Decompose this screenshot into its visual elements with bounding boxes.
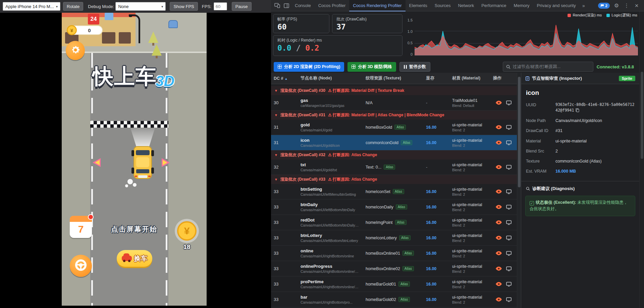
device-select[interactable]: Apple iPhone 14 Pro M... ▾ — [3, 2, 60, 11]
visibility-eye-icon[interactable] — [496, 140, 502, 145]
collapse-caret-icon[interactable]: ▼ — [274, 178, 278, 181]
simulator-toolbar: Apple iPhone 14 Pro M... ▾ Rotate Debug … — [0, 0, 271, 13]
rotate-button[interactable]: Rotate — [63, 2, 83, 11]
fps-input[interactable] — [214, 2, 227, 10]
copy-icon[interactable] — [576, 108, 579, 114]
table-row[interactable]: 33 onlineProgress Canvas/mainUI/rightBot… — [271, 261, 517, 276]
visibility-eye-icon[interactable] — [496, 205, 502, 209]
isolate-monitor-icon[interactable] — [506, 220, 512, 225]
material-name: ui-sprite-material — [452, 202, 488, 207]
isolate-monitor-icon[interactable] — [506, 205, 512, 209]
visibility-eye-icon[interactable] — [496, 165, 502, 169]
visibility-eye-icon[interactable] — [496, 282, 502, 286]
visibility-eye-icon[interactable] — [496, 236, 502, 240]
table-header: DC #▲ 节点名称 (Node) 纹理资源 (Texture) 显存 材质 (… — [271, 73, 517, 84]
tab-console[interactable]: Console — [291, 0, 315, 11]
isolate-monitor-icon[interactable] — [506, 125, 512, 130]
issues-count: 2 — [605, 4, 607, 8]
visibility-eye-icon[interactable] — [496, 189, 502, 194]
garage-wheel-button[interactable] — [70, 255, 92, 277]
drawcall-group-row[interactable]: ▼ 渲染批次 (DrawCall) #32 ⚠ 打断原因: Atlas Chan… — [271, 150, 517, 160]
profile-3d-button[interactable]: 分析 3D 模型/网格 — [347, 62, 396, 72]
visibility-eye-icon[interactable] — [496, 101, 502, 105]
settings-gear-button[interactable] — [66, 41, 85, 60]
tab-performance[interactable]: Performance — [478, 0, 510, 11]
issues-counter[interactable]: 2 — [598, 3, 610, 9]
table-scrollbar[interactable] — [517, 73, 521, 308]
visibility-eye-icon[interactable] — [496, 125, 502, 129]
filter-search-input[interactable] — [513, 64, 590, 69]
dock-side-icon[interactable] — [282, 1, 291, 10]
row-vram-value: 16.00 — [423, 140, 449, 145]
show-fps-button[interactable]: Show FPS — [170, 2, 198, 11]
more-tabs-button[interactable]: » — [580, 3, 588, 8]
table-row[interactable]: 33 btnDaily Canvas/mainUI/leftBottom/btn… — [271, 199, 517, 215]
collapse-caret-icon[interactable]: ▼ — [274, 89, 278, 93]
visibility-eye-icon[interactable] — [496, 251, 502, 255]
tab-memory[interactable]: Memory — [510, 0, 533, 11]
change-car-button[interactable]: 换车 — [117, 250, 152, 267]
scrollbar-thumb[interactable] — [641, 72, 643, 159]
pause-button[interactable]: Pause — [232, 2, 252, 11]
filter-search-box[interactable] — [503, 62, 593, 72]
isolate-monitor-icon[interactable] — [506, 165, 512, 170]
settings-gear-icon[interactable]: ⚙ — [612, 1, 621, 10]
row-vram-value: 16.00 — [423, 189, 449, 194]
scrollbar-thumb[interactable] — [518, 77, 521, 187]
isolate-monitor-icon[interactable] — [506, 236, 512, 240]
drawcall-group-row[interactable]: ▼ 渲染批次 (DrawCall) #30 ⚠ 打断原因: Material D… — [271, 86, 517, 95]
tab-elements[interactable]: Elements — [406, 0, 431, 11]
table-row[interactable]: 32 txt Canvas/mainUI/gold/txt Text: 0...… — [271, 160, 517, 175]
tab-sources[interactable]: Sources — [431, 0, 454, 11]
table-row[interactable]: 33 bar Canvas/mainUI/rightBottom/pro... … — [271, 292, 517, 307]
table-row[interactable]: 30 gas carManager/car101/gas/gas N/A - T… — [271, 95, 517, 111]
table-row[interactable]: 33 btnLottery Canvas/mainUI/leftBottom/b… — [271, 230, 517, 246]
table-row[interactable]: 33 proPertime Canvas/mainUI/rightBottom/… — [271, 276, 517, 292]
isolate-monitor-icon[interactable] — [506, 251, 512, 256]
drawcall-group-row[interactable]: ▼ 渲染批次 (DrawCall) #31 ⚠ 打断原因: Material D… — [271, 111, 517, 120]
collapse-caret-icon[interactable]: ▼ — [274, 153, 278, 157]
table-row[interactable]: 33 redDot Canvas/mainUI/leftBottom/btnDa… — [271, 215, 517, 230]
column-dc[interactable]: DC #▲ — [271, 76, 298, 81]
column-node[interactable]: 节点名称 (Node) — [298, 75, 363, 81]
close-devtools-icon[interactable]: × — [632, 1, 641, 10]
tab-cocos-profiler[interactable]: Cocos Profiler — [315, 0, 350, 11]
isolate-monitor-icon[interactable] — [506, 140, 512, 145]
profile-2d-button[interactable]: 分析 2D 渲染树 (2D Profiling) — [274, 62, 344, 72]
drawcall-group-row[interactable]: ▼ 渲染批次 (DrawCall) #33 ⚠ 打断原因: Atlas Chan… — [271, 175, 517, 184]
tab-privacy-and-security[interactable]: Privacy and security — [533, 0, 580, 11]
table-row[interactable]: 33 btnSetting Canvas/mainUI/leftMenu/btn… — [271, 184, 517, 199]
row-drawcall-id: 33 — [271, 251, 298, 256]
visibility-eye-icon[interactable] — [496, 266, 502, 271]
pause-capture-button[interactable]: 暂停步数 — [399, 62, 430, 72]
isolate-monitor-icon[interactable] — [506, 189, 512, 194]
tab-cocos-rendering-profiler[interactable]: Cocos Rendering Profiler — [349, 0, 405, 11]
node-name: onlineProgress — [301, 264, 360, 269]
drawcalls-stat-box: 批次 (DrawCalls) 37 — [332, 14, 402, 33]
column-vram[interactable]: 显存 — [423, 75, 449, 81]
isolate-monitor-icon[interactable] — [506, 266, 512, 271]
texture-name: homeImgPoint — [366, 220, 393, 225]
table-row[interactable]: 31 icon Canvas/mainUI/gold/icon commonIc… — [271, 135, 517, 150]
debug-mode-select[interactable]: None ▾ — [115, 2, 166, 11]
debug-mode-value: None — [118, 4, 128, 9]
toggle-device-toolbar-icon[interactable] — [272, 1, 282, 10]
time-separator: / — [296, 44, 301, 52]
isolate-monitor-icon[interactable] — [506, 297, 512, 302]
coin-reward-button[interactable]: ¥ — [177, 221, 197, 241]
table-row[interactable]: 33 online Canvas/mainUI/rightBottom/onli… — [271, 246, 517, 261]
kebab-menu-icon[interactable]: ⋮ — [622, 1, 631, 10]
table-row[interactable]: 31 gold Canvas/mainUI/gold homeBoxGold A… — [271, 120, 517, 135]
column-material[interactable]: 材质 (Material) — [449, 75, 490, 81]
visibility-eye-icon[interactable] — [496, 220, 502, 225]
game-canvas[interactable]: 24 ¥ 0 快上车3D — [62, 13, 207, 306]
row-drawcall-id: 33 — [271, 220, 298, 225]
visibility-eye-icon[interactable] — [496, 297, 502, 302]
node-path: carManager/car101/gas/gas — [301, 104, 360, 108]
column-texture[interactable]: 纹理资源 (Texture) — [363, 75, 423, 81]
devtools-scrollbar[interactable] — [639, 11, 644, 308]
isolate-monitor-icon[interactable] — [506, 101, 512, 105]
isolate-monitor-icon[interactable] — [506, 282, 512, 287]
collapse-caret-icon[interactable]: ▼ — [274, 113, 278, 117]
tab-network[interactable]: Network — [454, 0, 478, 11]
